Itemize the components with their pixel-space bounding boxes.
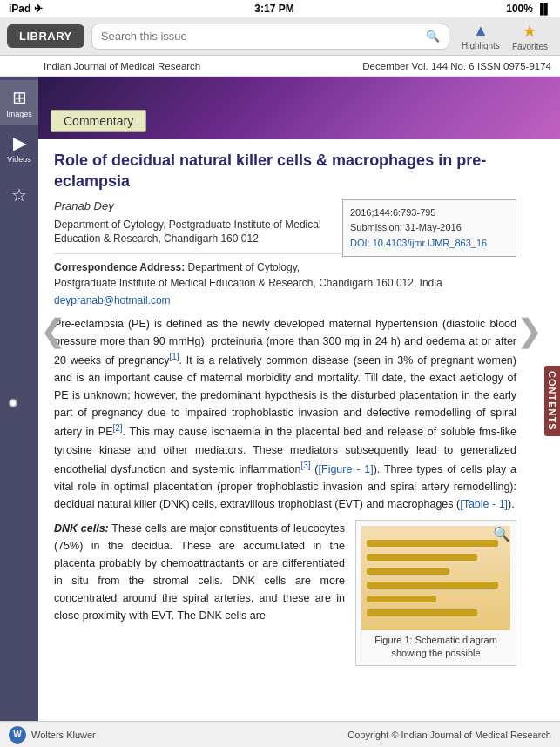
images-icon: ⊞: [12, 87, 27, 108]
star-icon: ☆: [11, 185, 27, 205]
figure-bar-2: [367, 554, 477, 561]
table-1-link[interactable]: [Table - 1]: [460, 498, 508, 510]
wolters-logo: W Wolters Kluwer: [9, 726, 96, 744]
left-sidebar: ⊞ Images ▶ Videos ☆: [0, 77, 38, 721]
figure-bar-4: [367, 582, 498, 589]
ref-3[interactable]: [3]: [300, 461, 310, 470]
email-line[interactable]: deypranab@hotmail.com: [54, 294, 516, 306]
sidebar-item-star[interactable]: ☆: [0, 178, 38, 212]
journal-title: Indian Journal of Medical Research: [44, 61, 200, 71]
status-bar-right: 100% ▐▌: [506, 3, 551, 15]
top-nav: LIBRARY 🔍 ▲ Highlights ★ Favorites: [0, 17, 560, 56]
figure-zoom-icon[interactable]: 🔍: [493, 526, 510, 542]
status-bar: iPad ✈ 3:17 PM 100% ▐▌: [0, 0, 560, 17]
figure-1-link[interactable]: [Figure - 1]: [319, 463, 374, 475]
brand-name: Wolters Kluwer: [31, 730, 96, 740]
article-paragraph-1: Pre-eclampsia (PE) is defined as the new…: [54, 315, 516, 512]
status-bar-left: iPad ✈: [9, 3, 43, 15]
figure-caption: Figure 1: Schematic diagram showing the …: [361, 634, 510, 661]
correspondence-label: Correspondence Address:: [54, 261, 185, 273]
nav-icons: ▲ Highlights ★ Favorites: [456, 20, 553, 53]
meta-submission: Submission: 31-May-2016: [350, 220, 509, 236]
commentary-badge: Commentary: [51, 110, 146, 132]
library-button[interactable]: LIBRARY: [7, 24, 84, 48]
sidebar-item-images[interactable]: ⊞ Images: [0, 80, 38, 125]
contents-tab[interactable]: CONTENTS: [544, 366, 560, 436]
battery-label: 100%: [506, 3, 533, 15]
article-meta-box: 2016;144:6:793-795 Submission: 31-May-20…: [342, 199, 516, 258]
wolters-icon: W: [9, 726, 26, 744]
article-body: Role of decidual natural killer cells & …: [38, 139, 560, 676]
figure-image[interactable]: [361, 526, 510, 630]
figure-box: 🔍 Figure 1: Schematic diagram showing th…: [355, 520, 516, 667]
status-bar-time: 3:17 PM: [254, 3, 293, 15]
dnk-body: These cells are major constituents of le…: [54, 522, 345, 622]
hero-banner: Commentary: [38, 77, 560, 139]
battery-icon: ▐▌: [536, 3, 551, 15]
dnk-text: DNK cells: These cells are major constit…: [54, 520, 345, 667]
highlights-button[interactable]: ▲ Highlights: [456, 20, 505, 52]
ref-2[interactable]: [2]: [112, 423, 122, 433]
meta-volume: 2016;144:6:793-795: [350, 205, 509, 221]
ipad-label: iPad ✈: [9, 3, 43, 15]
prev-page-button[interactable]: ❮: [40, 313, 66, 349]
favorites-icon: ★: [523, 22, 536, 41]
search-input[interactable]: [101, 30, 421, 43]
figure-bar-6: [367, 609, 477, 616]
search-bar[interactable]: 🔍: [91, 24, 449, 50]
meta-doi: DOI: 10.4103/ijmr.IJMR_863_16: [350, 236, 509, 252]
images-label: Images: [6, 110, 32, 118]
dnk-title: DNK cells:: [54, 522, 109, 535]
correspondence: Correspondence Address: Department of Cy…: [54, 253, 516, 291]
search-icon: 🔍: [426, 30, 440, 43]
main-content: Commentary Role of decidual natural kill…: [38, 77, 560, 721]
page-dot: [9, 399, 17, 407]
favorites-label: Favorites: [512, 42, 548, 51]
figure-bar-1: [367, 540, 498, 547]
next-page-button[interactable]: ❯: [516, 313, 543, 349]
figure-bar-3: [367, 568, 449, 575]
highlights-label: Highlights: [462, 41, 500, 50]
dnk-section: DNK cells: These cells are major constit…: [54, 520, 516, 667]
videos-label: Videos: [7, 155, 30, 164]
copyright-text: Copyright © Indian Journal of Medical Re…: [347, 730, 551, 740]
journal-header: Indian Journal of Medical Research Decem…: [0, 56, 560, 77]
videos-icon: ▶: [13, 132, 26, 153]
ref-1[interactable]: [1]: [169, 352, 179, 361]
journal-issue-info: December Vol. 144 No. 6 ISSN 0975-9174: [362, 61, 551, 71]
figure-bar-5: [367, 596, 436, 602]
sidebar-item-videos[interactable]: ▶ Videos: [0, 125, 38, 171]
article-title: Role of decidual natural killer cells & …: [54, 150, 516, 192]
favorites-button[interactable]: ★ Favorites: [507, 20, 553, 53]
highlights-icon: ▲: [473, 22, 489, 40]
bottom-bar: W Wolters Kluwer Copyright © Indian Jour…: [0, 721, 560, 747]
